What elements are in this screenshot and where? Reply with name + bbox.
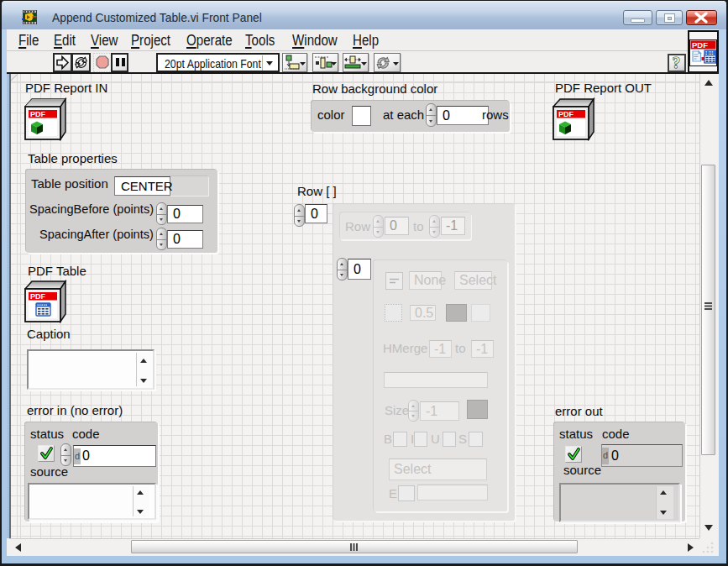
svg-text:PDF: PDF [30,110,46,118]
svg-text:PDF: PDF [692,40,708,50]
svg-text:PDF: PDF [30,292,46,301]
svg-text:PDF: PDF [558,110,574,118]
svg-text:?: ? [673,55,680,71]
